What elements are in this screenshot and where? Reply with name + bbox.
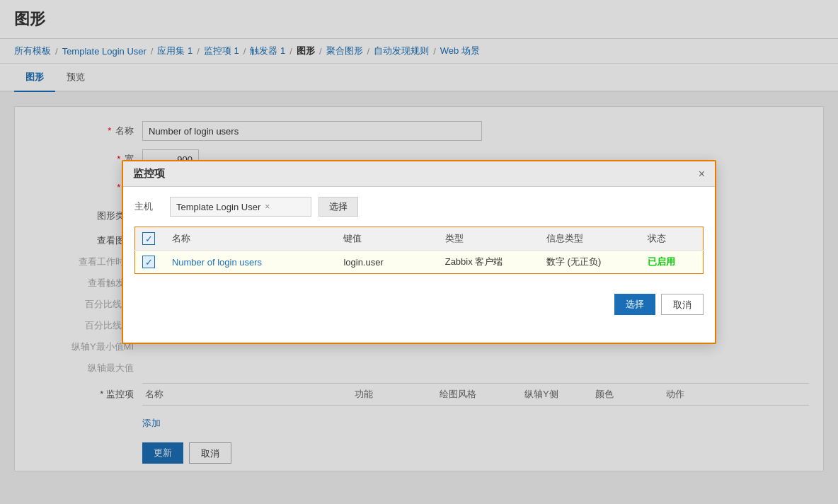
th-type: 类型: [438, 227, 539, 251]
modal-table-header-row: ✓ 名称 键值 类型 信息类型 状态: [135, 227, 704, 251]
monitor-item-modal: 监控项 × 主机 Template Login User × 选择: [122, 160, 716, 344]
row-key-cell: login.user: [336, 251, 437, 274]
modal-overlay[interactable]: 监控项 × 主机 Template Login User × 选择: [0, 0, 838, 504]
row-checkbox-cell: ✓: [135, 251, 165, 274]
status-badge: 已启用: [648, 256, 675, 267]
host-tag-text: Template Login User: [176, 202, 260, 212]
th-key: 键值: [336, 227, 437, 251]
select-all-checkbox[interactable]: ✓: [142, 232, 155, 245]
host-tag-remove[interactable]: ×: [265, 202, 270, 212]
row-infotype-cell: 数字 (无正负): [539, 251, 641, 274]
modal-select-button[interactable]: 选择: [614, 294, 655, 315]
table-row: ✓ Number of login users login.user Zabbi…: [135, 251, 704, 274]
row-checkbox[interactable]: ✓: [142, 256, 155, 268]
modal-title-bar: 监控项 ×: [123, 161, 715, 187]
modal-cancel-button[interactable]: 取消: [661, 294, 704, 315]
th-status: 状态: [641, 227, 703, 251]
modal-close-button[interactable]: ×: [699, 168, 705, 180]
row-type-cell: Zabbix 客户端: [438, 251, 539, 274]
modal-body: 主机 Template Login User × 选择 ✓: [123, 187, 715, 294]
modal-host-row: 主机 Template Login User × 选择: [134, 197, 704, 217]
modal-table-body: ✓ Number of login users login.user Zabbi…: [135, 251, 704, 274]
th-checkbox: ✓: [135, 227, 165, 251]
item-name-link[interactable]: Number of login users: [172, 257, 262, 268]
row-status-cell: 已启用: [641, 251, 703, 274]
th-name: 名称: [165, 227, 336, 251]
th-infotype: 信息类型: [539, 227, 641, 251]
row-name-cell: Number of login users: [165, 251, 336, 274]
select-host-button[interactable]: 选择: [318, 197, 358, 217]
modal-host-input: Template Login User ×: [170, 197, 311, 217]
modal-table: ✓ 名称 键值 类型 信息类型 状态 ✓: [134, 227, 704, 274]
modal-host-label: 主机: [134, 200, 163, 213]
modal-title: 监控项: [133, 167, 165, 181]
modal-footer: 选择 取消: [123, 294, 715, 325]
